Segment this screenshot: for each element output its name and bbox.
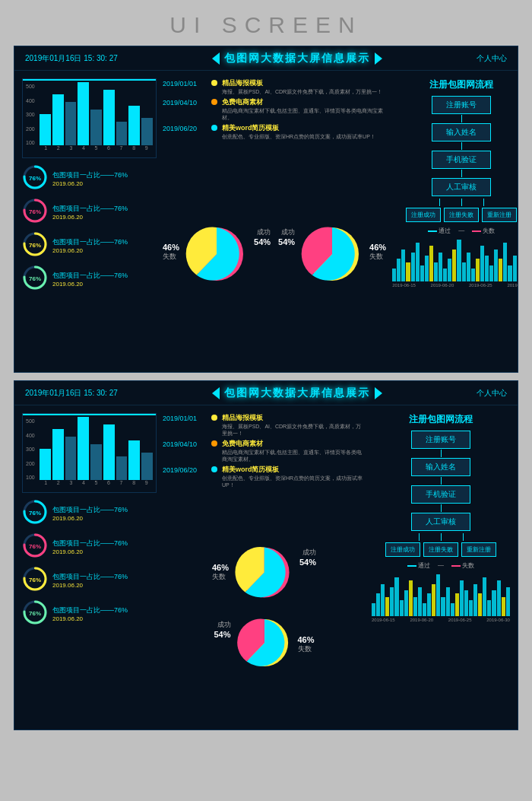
- bottom-right-x-labels: 2019-06-15 2019-06-20 2019-06-25 2019-06…: [372, 618, 510, 622]
- bottom-bar-13: [432, 584, 435, 616]
- bar-2: [65, 437, 77, 480]
- bottom-bar-5: [394, 577, 398, 616]
- pie1-label-fail: 46%失数: [163, 243, 179, 262]
- flow-steps: 注册账号 输入姓名 手机验证 人工审核 注册成功 注册失败: [392, 96, 518, 222]
- flow-arrow-2: [461, 142, 462, 150]
- bottom-bar-28: [502, 597, 505, 616]
- timeline-dot: [211, 466, 217, 472]
- chart-top-line: [23, 79, 156, 81]
- progress-text: 包图项目一占比——76%2019.06.20: [52, 505, 128, 522]
- bar-chart-container: 500 400 300 200 100 123 456 789: [22, 78, 157, 158]
- bottom-bar-14: [436, 574, 440, 616]
- bottom-bar-14: [457, 240, 461, 281]
- top-panel: 2019年01月16日 15: 30: 27 包图网大数据大屏信息展示 个人中心…: [14, 46, 518, 373]
- progress-item: 76% 包图项目一占比——76%2019.06.20: [22, 198, 157, 227]
- bar-4: [90, 444, 102, 480]
- bottom-panel-header: 2019年01月16日 15: 30: 27 包图网大数据大屏信息展示 个人中心: [14, 381, 518, 405]
- bottom-bar-24: [503, 243, 507, 281]
- x-axis: 123 456 789: [40, 145, 153, 154]
- bottom-bar-27: [497, 580, 501, 616]
- progress-item: 76% 包图项目一占比——76%2019.06.20: [22, 566, 157, 595]
- bar-6: [116, 456, 128, 480]
- bottom-bar-17: [451, 603, 454, 616]
- flow-step-1: 注册账号: [432, 96, 491, 114]
- pie2-chart: [298, 220, 366, 288]
- bottom-left-col: 500 400 300 200 100 123 456 789: [19, 410, 160, 725]
- flow-step-retry: 重新注册: [482, 208, 517, 222]
- timeline-dot: [211, 80, 217, 86]
- bottom-bars-area: [40, 417, 153, 489]
- bar-1: [52, 429, 64, 480]
- timeline-item: 2019/01/01精品海报模板海报、展板PSD、AI、CDR源文件免费下载，高…: [163, 413, 366, 437]
- bottom-bar-23: [499, 259, 502, 281]
- bottom-bar-21: [489, 265, 493, 281]
- bottom-bar-22: [473, 584, 477, 616]
- bar-8: [141, 118, 153, 145]
- bottom-bar-16: [467, 253, 470, 281]
- circle-chart: 76%: [22, 499, 48, 528]
- bar-2: [65, 102, 77, 145]
- bar-5: [103, 90, 115, 145]
- bottom-bar-7: [404, 590, 408, 616]
- bottom-bar-11: [443, 269, 447, 281]
- timeline-item: 2019/04/10免费电商素材精品电商淘宝素材下载,包括主图、直通车、详情页等…: [163, 439, 366, 462]
- bottom-flow-steps: 注册账号 输入姓名 手机验证 人工审核 注册成功 注册失败: [372, 431, 510, 557]
- timeline-item: 2019/06/20精美word简历模板创意配色、专业排版、资深HR点赞的简历文…: [163, 465, 366, 488]
- bottom-bar-20: [485, 256, 489, 281]
- bottom-arrow-right-icon: [375, 387, 382, 399]
- bottom-bar-12: [448, 259, 451, 281]
- bottom-bar-9: [434, 262, 438, 281]
- progress-item: 76% 包图项目一占比——76%2019.06.20: [22, 532, 157, 561]
- bottom-bar-15: [441, 597, 445, 616]
- bottom-bar-18: [476, 259, 480, 281]
- bar-6: [116, 122, 128, 145]
- circle-chart: 76%: [22, 231, 48, 260]
- bottom-mid-col: 2019/01/01精品海报模板海报、展板PSD、AI、CDR源文件免费下载，高…: [160, 410, 369, 725]
- bottom-progress-list: 76% 包图项目一占比——76%2019.06.20 76% 包图项目一占比——…: [22, 499, 157, 628]
- bar-4: [90, 110, 102, 145]
- bar-7: [128, 440, 140, 480]
- circle-chart: 76%: [22, 532, 48, 561]
- bar-5: [103, 424, 115, 480]
- page-bg: UI SCREEN 2019年01月16日 15: 30: 27 包图网大数据大…: [0, 0, 532, 801]
- flow-arrow-1: [461, 115, 462, 122]
- flow-step-2: 输入姓名: [432, 123, 491, 141]
- bottom-bar-8: [409, 580, 413, 616]
- bottom-arrow-left-icon: [212, 387, 220, 399]
- bottom-bar-19: [480, 246, 484, 281]
- bottom-bar-13: [452, 250, 456, 281]
- bottom-bar-1: [397, 259, 401, 281]
- svg-text:76%: 76%: [29, 610, 41, 617]
- bottom-pie2-wrap: 成功54% 46%失数: [214, 612, 314, 673]
- svg-text:76%: 76%: [29, 175, 41, 182]
- top-panel-header: 2019年01月16日 15: 30: 27 包图网大数据大屏信息展示 个人中心: [14, 46, 518, 71]
- bottom-bar-23: [478, 593, 482, 616]
- timeline-item: 2019/01/01精品海报模板海报、展板PSD、AI、CDR源文件免费下载，高…: [163, 78, 386, 95]
- bottom-bar-2: [381, 584, 385, 616]
- progress-item: 76% 包图项目一占比——76%2019.06.20: [22, 164, 157, 193]
- bar-3: [78, 82, 89, 145]
- flow-branch-arrows: [439, 199, 484, 206]
- bottom-x-labels: 2019-06-15 2019-06-20 2019-06-25 2019-06…: [392, 283, 518, 288]
- svg-text:76%: 76%: [29, 543, 41, 550]
- svg-text:76%: 76%: [29, 510, 41, 517]
- bottom-bar-8: [429, 246, 433, 281]
- pie1-label-success: 成功54%: [254, 227, 271, 246]
- bottom-pie-charts-row: 46%失数 成功54%: [163, 492, 366, 722]
- bottom-panel: 2019年01月16日 15: 30: 27 包图网大数据大屏信息展示 个人中心…: [14, 380, 518, 730]
- header-datetime: 2019年01月16日 15: 30: 27: [25, 53, 118, 64]
- flow-arrow-3: [461, 170, 462, 177]
- legend-row: 通过 — 失数: [392, 227, 518, 235]
- pie2-label-success: 成功54%: [278, 227, 295, 246]
- circle-chart: 76%: [22, 198, 48, 227]
- timeline-item: 2019/04/10免费电商素材精品电商淘宝素材下载,包括主图、直通车、详情页等…: [163, 97, 386, 121]
- bottom-chart-top-line: [23, 414, 156, 415]
- flow-step-3: 手机验证: [432, 151, 491, 169]
- bottom-bar-0: [392, 269, 396, 281]
- bar-3: [78, 417, 89, 480]
- timeline-dot: [211, 415, 217, 421]
- timeline-dot: [211, 125, 217, 131]
- circle-chart: 76%: [22, 265, 48, 294]
- bottom-pie1-wrap: 46%失数 成功54%: [212, 540, 316, 605]
- circle-chart: 76%: [22, 599, 48, 628]
